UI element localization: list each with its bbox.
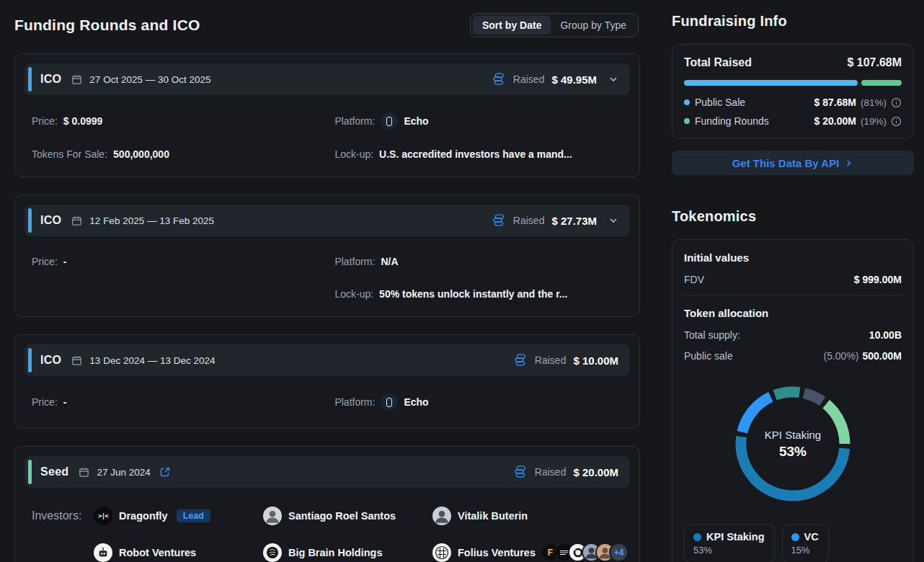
- chevron-down-icon[interactable]: [608, 215, 618, 226]
- round-card-seed-jun-2024: Seed 27 Jun 2024 Raised $ 20.00M: [14, 446, 640, 562]
- calendar-icon: [71, 355, 82, 366]
- info-icon[interactable]: [891, 97, 902, 108]
- investors-grid: Investors: >|< Dragonfly Lead Santiago R…: [25, 488, 630, 562]
- chevron-right-icon: [844, 159, 853, 168]
- page-title: Funding Rounds and ICO: [14, 17, 200, 34]
- public-sale-row: Public Sale $ 87.68M (81%): [684, 97, 902, 108]
- investor-big-brain-holdings[interactable]: Big Brain Holdings: [263, 543, 432, 562]
- price-field: Price: -: [32, 393, 334, 411]
- rounds-list: ICO 27 Oct 2025 — 30 Oct 2025 Raised $ 4…: [14, 53, 640, 562]
- investors-label: Investors:: [32, 509, 94, 522]
- echo-platform-icon: [381, 112, 398, 130]
- investor-folius-ventures[interactable]: Folius Ventures: [432, 543, 536, 562]
- raised-label: Raised: [535, 466, 567, 478]
- lockup-field: Lock-up: 50% tokens unlock instantly and…: [334, 286, 626, 302]
- initial-values-heading: Initial values: [684, 251, 902, 264]
- echo-platform-icon: [381, 393, 398, 411]
- round-header[interactable]: Seed 27 Jun 2024 Raised $ 20.00M: [25, 456, 630, 488]
- round-card-ico-dec-2024: ICO 13 Dec 2024 — 13 Dec 2024 Raised $ 1…: [14, 334, 640, 429]
- tokenomics-title: Tokenomics: [672, 208, 914, 225]
- round-type: ICO: [40, 354, 61, 367]
- legend-item-kpi-staking[interactable]: KPI Staking 53%: [684, 525, 775, 562]
- raised-label: Raised: [513, 215, 545, 226]
- calendar-icon: [71, 74, 82, 85]
- public-sale-allocation-row: Public sale (5.00%)500.00M: [684, 350, 902, 362]
- round-header[interactable]: ICO 27 Oct 2025 — 30 Oct 2025 Raised $ 4…: [25, 63, 630, 95]
- total-supply-row: Total supply: 10.00B: [684, 329, 902, 341]
- avatar: [263, 507, 282, 525]
- round-accent-bar: [28, 348, 32, 373]
- allocation-donut-chart[interactable]: KPI Staking 53%: [729, 380, 856, 507]
- coins-icon: [491, 72, 506, 86]
- calendar-icon: [79, 467, 89, 478]
- platform-field: Platform: N/A: [334, 254, 626, 269]
- investor-santiago-roel-santos[interactable]: Santiago Roel Santos: [263, 507, 432, 525]
- more-investors-cluster[interactable]: F: [541, 543, 628, 562]
- legend-item-vc[interactable]: VC 15%: [782, 525, 829, 562]
- round-date: 12 Feb 2025 — 13 Feb 2025: [89, 215, 214, 226]
- platform-field: Platform: Echo: [334, 393, 626, 411]
- price-field: Price: $ 0.0999: [32, 112, 334, 130]
- funding-rounds-bar-segment: [861, 80, 902, 86]
- raised-amount: $ 20.00M: [573, 466, 618, 478]
- lockup-field: Lock-up: U.S. accredited investors have …: [334, 146, 626, 162]
- round-date: 13 Dec 2024 — 13 Dec 2024: [89, 355, 215, 366]
- get-data-by-api-button[interactable]: Get This Data By API: [672, 151, 914, 175]
- legend-dot: [693, 533, 701, 541]
- public-sale-dot: [684, 99, 690, 105]
- raised-amount: $ 10.00M: [573, 354, 618, 367]
- investors-last-cell: Folius Ventures F: [432, 543, 630, 562]
- round-body: Price: $ 0.0999 Platform: Echo Tokens Fo…: [25, 95, 630, 162]
- avatar: [432, 507, 451, 525]
- coins-icon: [512, 353, 528, 367]
- investor-vitalik-buterin[interactable]: Vitalik Buterin: [432, 507, 630, 525]
- investor-robot-ventures[interactable]: Robot Ventures: [94, 543, 263, 562]
- info-icon[interactable]: [891, 116, 902, 127]
- app-root: Funding Rounds and ICO Sort by Date Grou…: [0, 0, 924, 562]
- round-type: Seed: [40, 465, 68, 478]
- round-header[interactable]: ICO 13 Dec 2024 — 13 Dec 2024 Raised $ 1…: [25, 344, 630, 376]
- external-link-icon[interactable]: [159, 466, 171, 478]
- investor-dragonfly[interactable]: >|< Dragonfly Lead: [94, 507, 263, 525]
- dragonfly-logo: >|<: [94, 507, 112, 525]
- folius-ventures-logo: [432, 543, 451, 562]
- total-raised-value: $ 107.68M: [847, 56, 902, 69]
- raised-label: Raised: [513, 73, 545, 85]
- sort-by-date-button[interactable]: Sort by Date: [473, 16, 551, 35]
- calendar-icon: [71, 215, 82, 226]
- round-date: 27 Oct 2025 — 30 Oct 2025: [89, 74, 210, 85]
- lead-badge: Lead: [177, 509, 210, 522]
- fundraising-card: Total Raised $ 107.68M Public Sale $ 87.…: [672, 44, 914, 139]
- round-accent-bar: [28, 208, 32, 233]
- raise-progress-bar: [684, 80, 902, 86]
- token-allocation-heading: Token allocation: [684, 307, 902, 319]
- more-investors-badge[interactable]: +4: [609, 543, 628, 562]
- round-accent-bar: [28, 460, 32, 484]
- round-type: ICO: [40, 73, 61, 86]
- donut-center-label: KPI Staking 53%: [729, 380, 856, 507]
- fundraising-info-title: Fundraising Info: [672, 13, 914, 30]
- round-accent-bar: [28, 67, 32, 92]
- legend-dot: [791, 533, 799, 541]
- round-card-ico-oct-2025: ICO 27 Oct 2025 — 30 Oct 2025 Raised $ 4…: [14, 53, 640, 177]
- round-body: Price: - Platform: N/A Lock-up: 50% toke…: [25, 236, 630, 302]
- main-header: Funding Rounds and ICO Sort by Date Grou…: [14, 13, 640, 37]
- round-header[interactable]: ICO 12 Feb 2025 — 13 Feb 2025 Raised $ 2…: [25, 205, 630, 236]
- round-body: Price: - Platform: Echo: [25, 376, 630, 414]
- price-field: Price: -: [32, 254, 334, 269]
- tokens-for-sale-field: Tokens For Sale: 500,000,000: [32, 146, 334, 162]
- funding-rounds-dot: [684, 118, 690, 124]
- allocation-legend: KPI Staking 53% VC 15% Team & Advisors: [684, 525, 902, 562]
- robot-ventures-logo: [94, 543, 112, 562]
- sidebar: Fundraising Info Total Raised $ 107.68M …: [672, 13, 914, 562]
- raised-label: Raised: [535, 354, 567, 366]
- empty-cell: [32, 286, 334, 302]
- view-toggle-group: Sort by Date Group by Type: [470, 13, 639, 37]
- big-brain-holdings-logo: [263, 543, 282, 562]
- platform-field: Platform: Echo: [334, 112, 626, 130]
- funding-rounds-row: Funding Rounds $ 20.00M (19%): [684, 115, 902, 127]
- group-by-type-button[interactable]: Group by Type: [551, 16, 636, 35]
- round-card-ico-feb-2025: ICO 12 Feb 2025 — 13 Feb 2025 Raised $ 2…: [14, 195, 640, 317]
- chevron-down-icon[interactable]: [608, 74, 618, 84]
- raised-amount: $ 49.95M: [551, 73, 597, 86]
